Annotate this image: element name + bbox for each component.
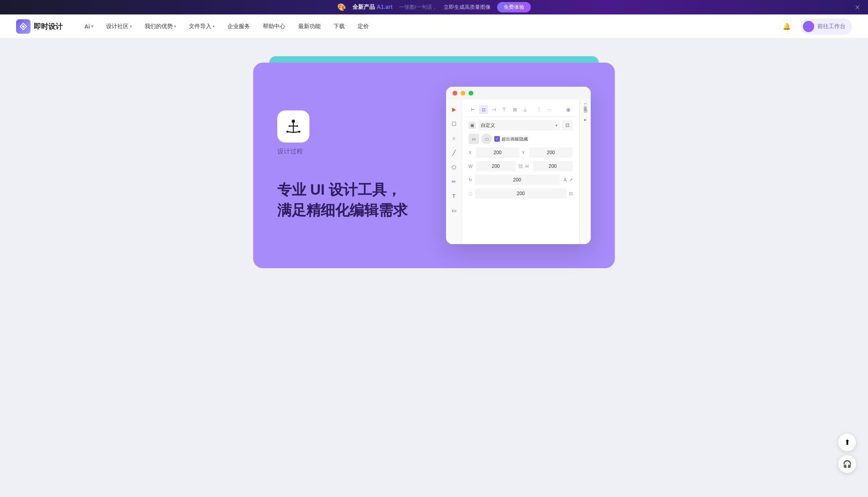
panel-right-strip: 第1页 ⊞ ▸ (579, 100, 591, 244)
upload-button[interactable]: ⬆ (838, 434, 856, 451)
image-tool-icon[interactable]: ▭ (449, 206, 459, 215)
app-icon-svg (283, 116, 303, 136)
avatar (803, 21, 814, 32)
alignment-toolbar: ⊢ ⊡ ⊣ ⊤ ⊟ ⊥ ⋮ ⋯ ⊕ (465, 103, 576, 117)
h-label: H (526, 164, 530, 169)
expand-icon[interactable]: ⊞ (583, 108, 588, 114)
tool-sidebar: ▶ ☐ ○ ╱ ⬠ ✏ T ▭ (446, 100, 462, 244)
ellipse-tool-icon[interactable]: ○ (449, 133, 459, 143)
hero-title: 专业 UI 设计工具， 满足精细化编辑需求 (277, 180, 422, 220)
svg-point-9 (297, 125, 298, 127)
main-nav: Ai ▾ 设计社区 ▾ 我们的优势 ▾ 文件导入 ▾ 企业服务 帮助中心 最新功… (79, 20, 780, 33)
nav-item-ai[interactable]: Ai ▾ (79, 21, 99, 32)
canvas-resize-button[interactable]: ⊡ (562, 120, 573, 130)
corner-row: ◌ 200 ⊡ (469, 188, 573, 199)
wh-row: W 200 ⛓ H 200 (469, 161, 573, 171)
workspace-button[interactable]: 前往工作台 (800, 18, 852, 35)
y-input[interactable]: 200 (529, 147, 573, 158)
collapse-icon[interactable]: ▸ (584, 117, 587, 122)
canvas-dropdown-arrow: ▾ (555, 123, 557, 128)
pill-shape-button[interactable]: ⬭ (481, 134, 492, 144)
overflow-checkbox-label: ✓ 超出画板隐藏 (494, 136, 528, 142)
align-left-button[interactable]: ⊢ (469, 105, 477, 114)
w-input[interactable]: 200 (476, 161, 516, 171)
x-label: X (469, 150, 473, 155)
select-tool-icon[interactable]: ▶ (449, 104, 459, 114)
chevron-down-icon: ▾ (91, 24, 93, 29)
app-icon-wrapper (277, 110, 309, 143)
rotation-input[interactable]: 200 (475, 175, 560, 185)
banner-cta-button[interactable]: 免费体验 (497, 2, 531, 12)
polygon-tool-icon[interactable]: ⬠ (449, 162, 459, 172)
main-content: 设计过程 专业 UI 设计工具， 满足精细化编辑需求 ▶ ☐ ○ (0, 39, 868, 300)
x-input[interactable]: 200 (476, 147, 520, 158)
w-label: W (469, 164, 473, 169)
notification-bell-button[interactable]: 🔔 (780, 19, 794, 34)
panel-titlebar (446, 87, 591, 100)
hero-left: 设计过程 专业 UI 设计工具， 满足精细化编辑需求 (277, 110, 422, 220)
rectangle-tool-icon[interactable]: ☐ (449, 119, 459, 128)
text-tool-icon[interactable]: T (449, 191, 459, 201)
align-top-button[interactable]: ⊤ (500, 105, 509, 114)
nav-item-community[interactable]: 设计社区 ▾ (100, 20, 137, 33)
app-icon-label: 设计过程 (277, 147, 422, 156)
align-center-h-button[interactable]: ⊡ (479, 105, 488, 114)
design-tool-panel: ▶ ☐ ○ ╱ ⬠ ✏ T ▭ ⊢ ⊡ ⊣ (446, 87, 591, 244)
banner-desc: 立即生成高质量图像 (444, 4, 491, 11)
window-maximize-dot (469, 91, 473, 96)
shape-row: ▭ ⬭ ✓ 超出画板隐藏 (469, 134, 573, 144)
distribute-v-button[interactable]: ⋯ (545, 105, 554, 114)
pen-tool-icon[interactable]: ✏ (449, 177, 459, 186)
square-shape-button[interactable]: ▭ (469, 134, 479, 144)
banner-emoji: 🎨 (337, 3, 346, 12)
nav-item-advantages[interactable]: 我们的优势 ▾ (139, 20, 182, 33)
banner-product-text: 全新产品 A1.art (352, 4, 393, 11)
nav-item-enterprise[interactable]: 企业服务 (222, 20, 256, 33)
window-close-dot (452, 91, 457, 96)
corner-input[interactable]: 200 (475, 188, 567, 199)
window-minimize-dot (461, 91, 465, 96)
header-right: 🔔 前往工作台 (780, 18, 852, 35)
chevron-down-icon: ▾ (213, 24, 215, 29)
nav-item-pricing[interactable]: 定价 (352, 20, 375, 33)
canvas-icon: ⊞ (469, 122, 476, 129)
logo[interactable]: 即时设计 (16, 19, 63, 34)
canvas-select[interactable]: 自定义 ▾ (478, 120, 560, 130)
canvas-section: ⊞ 自定义 ▾ ⊡ ▭ ⬭ (465, 117, 576, 205)
svg-point-6 (287, 131, 289, 133)
h-input[interactable]: 200 (533, 161, 573, 171)
hero-card: 设计过程 专业 UI 设计工具， 满足精细化编辑需求 ▶ ☐ ○ (253, 63, 615, 268)
nav-item-features[interactable]: 最新功能 (293, 20, 326, 33)
banner-divider: 一张图/一句话， (399, 4, 437, 11)
svg-point-7 (299, 131, 301, 133)
nav-item-import[interactable]: 文件导入 ▾ (183, 20, 220, 33)
top-banner: 🎨 全新产品 A1.art 一张图/一句话， 立即生成高质量图像 免费体验 ✕ (0, 0, 868, 14)
support-button[interactable]: 🎧 (838, 455, 856, 473)
svg-point-0 (22, 25, 25, 28)
floating-buttons: ⬆ 🎧 (838, 434, 856, 473)
align-middle-v-button[interactable]: ⊟ (510, 105, 519, 114)
panel-main: ⊢ ⊡ ⊣ ⊤ ⊟ ⊥ ⋮ ⋯ ⊕ (462, 100, 591, 244)
nav-item-help[interactable]: 帮助中心 (257, 20, 291, 33)
xy-row: X 200 Y 200 (469, 147, 573, 158)
nav-item-download[interactable]: 下载 (328, 20, 350, 33)
panel-body: ▶ ☐ ○ ╱ ⬠ ✏ T ▭ ⊢ ⊡ ⊣ (446, 100, 591, 244)
svg-point-1 (292, 120, 295, 123)
page-label: 第1页 (583, 103, 588, 105)
align-right-button[interactable]: ⊣ (489, 105, 498, 114)
chevron-down-icon: ▾ (130, 24, 132, 29)
svg-point-8 (289, 125, 290, 127)
line-tool-icon[interactable]: ╱ (449, 148, 459, 157)
y-label: Y (522, 150, 527, 155)
gear-icon[interactable]: ⊕ (564, 105, 573, 114)
panel-properties: ⊢ ⊡ ⊣ ⊤ ⊟ ⊥ ⋮ ⋯ ⊕ (462, 100, 579, 244)
distribute-h-button[interactable]: ⋮ (534, 105, 543, 114)
align-bottom-button[interactable]: ⊥ (521, 105, 530, 114)
chevron-down-icon: ▾ (174, 24, 176, 29)
overflow-checkbox[interactable]: ✓ (494, 136, 500, 142)
link-icon[interactable]: ⛓ (518, 163, 523, 169)
overflow-label-text: 超出画板隐藏 (502, 136, 528, 142)
banner-close-button[interactable]: ✕ (855, 4, 860, 11)
logo-text: 即时设计 (34, 22, 63, 31)
canvas-label-row: ⊞ 自定义 ▾ ⊡ (469, 120, 573, 130)
